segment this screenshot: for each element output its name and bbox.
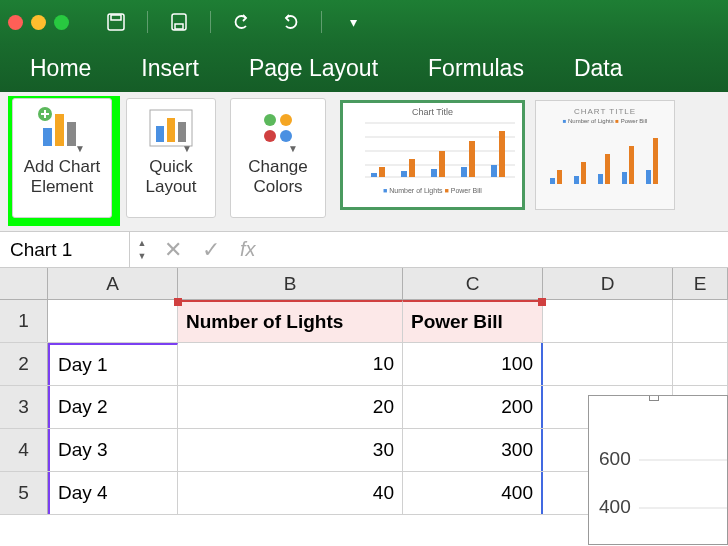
svg-rect-35	[598, 174, 603, 184]
col-header-A[interactable]: A	[48, 268, 178, 299]
title-bar: ▾	[0, 0, 728, 44]
name-box-up[interactable]: ▲	[130, 237, 154, 250]
change-colors-button[interactable]: ▼ ChangeColors	[230, 98, 326, 218]
tab-insert[interactable]: Insert	[141, 55, 199, 82]
chevron-down-icon: ▼	[182, 143, 192, 154]
svg-rect-26	[439, 151, 445, 177]
cell-C2[interactable]: 100	[403, 343, 543, 385]
svg-rect-27	[461, 167, 467, 177]
ribbon-tabs: Home Insert Page Layout Formulas Data	[0, 44, 728, 92]
cell-B5[interactable]: 40	[178, 472, 403, 514]
cell-E1[interactable]	[673, 300, 728, 342]
tab-data[interactable]: Data	[574, 55, 623, 82]
cell-C1[interactable]: Power Bill	[403, 300, 543, 342]
tab-formulas[interactable]: Formulas	[428, 55, 524, 82]
column-headers: A B C D E	[0, 268, 728, 300]
embedded-chart[interactable]: 600 400	[588, 395, 728, 545]
svg-rect-5	[55, 114, 64, 146]
traffic-lights	[8, 15, 69, 30]
chevron-down-icon: ▼	[288, 143, 298, 154]
svg-rect-33	[574, 176, 579, 184]
quick-layout-label-1: Quick	[149, 157, 192, 176]
svg-rect-31	[550, 178, 555, 184]
svg-rect-1	[111, 15, 121, 20]
cell-E2[interactable]	[673, 343, 728, 385]
tab-home[interactable]: Home	[30, 55, 91, 82]
svg-rect-10	[167, 118, 175, 142]
thumb2-title: CHART TITLE	[536, 107, 674, 116]
save-icon[interactable]	[103, 9, 129, 35]
svg-rect-37	[622, 172, 627, 184]
add-chart-element-label-1: Add Chart	[24, 157, 101, 176]
row-header-1[interactable]: 1	[0, 300, 48, 342]
undo-icon[interactable]	[229, 9, 255, 35]
chevron-down-icon: ▼	[75, 143, 85, 154]
cell-A1[interactable]	[48, 300, 178, 342]
cell-B1[interactable]: Number of Lights	[178, 300, 403, 342]
svg-rect-32	[557, 170, 562, 184]
grid-row: 1 Number of Lights Power Bill	[0, 300, 728, 343]
chart-style-1[interactable]: Chart Title ■ Number of Lights ■ Power B…	[340, 100, 525, 210]
svg-rect-11	[178, 122, 186, 142]
cell-C4[interactable]: 300	[403, 429, 543, 471]
row-header-2[interactable]: 2	[0, 343, 48, 385]
svg-rect-34	[581, 162, 586, 184]
formula-bar-row: Chart 1 ▲ ▼ ✕ ✓ fx	[0, 232, 728, 268]
thumb1-title: Chart Title	[341, 107, 524, 117]
cell-A4[interactable]: Day 3	[48, 429, 178, 471]
cell-D1[interactable]	[543, 300, 673, 342]
formula-cancel-icon[interactable]: ✕	[164, 237, 182, 263]
thumb1-legend: ■ Number of Lights ■ Power Bill	[341, 187, 524, 194]
cell-B2[interactable]: 10	[178, 343, 403, 385]
svg-rect-24	[409, 159, 415, 177]
row-header-5[interactable]: 5	[0, 472, 48, 514]
svg-point-15	[280, 130, 292, 142]
tab-page-layout[interactable]: Page Layout	[249, 55, 378, 82]
name-box-stepper: ▲ ▼	[130, 237, 154, 263]
svg-rect-22	[379, 167, 385, 177]
cell-C3[interactable]: 200	[403, 386, 543, 428]
name-box[interactable]: Chart 1	[0, 232, 130, 267]
col-header-E[interactable]: E	[673, 268, 728, 299]
svg-rect-9	[156, 126, 164, 142]
svg-rect-2	[172, 14, 186, 30]
chart-style-2[interactable]: CHART TITLE ■ Number of Lights ■ Power B…	[535, 100, 675, 210]
cell-D2[interactable]	[543, 343, 673, 385]
minimize-window-button[interactable]	[31, 15, 46, 30]
ribbon-content: ▼ Add ChartElement ▼ QuickLayout ▼ Ch	[0, 92, 728, 232]
formula-enter-icon[interactable]: ✓	[202, 237, 220, 263]
svg-rect-30	[499, 131, 505, 177]
svg-rect-39	[646, 170, 651, 184]
name-box-down[interactable]: ▼	[130, 250, 154, 263]
col-header-B[interactable]: B	[178, 268, 403, 299]
svg-rect-3	[175, 24, 183, 29]
cell-B4[interactable]: 30	[178, 429, 403, 471]
close-window-button[interactable]	[8, 15, 23, 30]
select-all-corner[interactable]	[0, 268, 48, 299]
print-icon[interactable]	[166, 9, 192, 35]
svg-point-13	[280, 114, 292, 126]
grid-row: 2 Day 1 10 100	[0, 343, 728, 386]
svg-rect-21	[371, 173, 377, 177]
cell-A5[interactable]: Day 4	[48, 472, 178, 514]
row-header-3[interactable]: 3	[0, 386, 48, 428]
cell-B3[interactable]: 20	[178, 386, 403, 428]
col-header-C[interactable]: C	[403, 268, 543, 299]
cell-A3[interactable]: Day 2	[48, 386, 178, 428]
quick-layout-label-2: Layout	[145, 177, 196, 196]
add-chart-element-button[interactable]: ▼ Add ChartElement	[12, 98, 112, 218]
svg-point-14	[264, 130, 276, 142]
cell-A2[interactable]: Day 1	[48, 343, 178, 385]
redo-icon[interactable]	[277, 9, 303, 35]
quick-layout-icon: ▼	[148, 103, 194, 153]
change-colors-icon: ▼	[256, 103, 300, 153]
fx-icon[interactable]: fx	[240, 238, 256, 261]
quick-layout-button[interactable]: ▼ QuickLayout	[126, 98, 216, 218]
qat-customize-icon[interactable]: ▾	[340, 9, 366, 35]
col-header-D[interactable]: D	[543, 268, 673, 299]
row-header-4[interactable]: 4	[0, 429, 48, 471]
add-chart-element-icon: ▼	[37, 103, 87, 153]
cell-C5[interactable]: 400	[403, 472, 543, 514]
maximize-window-button[interactable]	[54, 15, 69, 30]
change-colors-label-2: Colors	[253, 177, 302, 196]
